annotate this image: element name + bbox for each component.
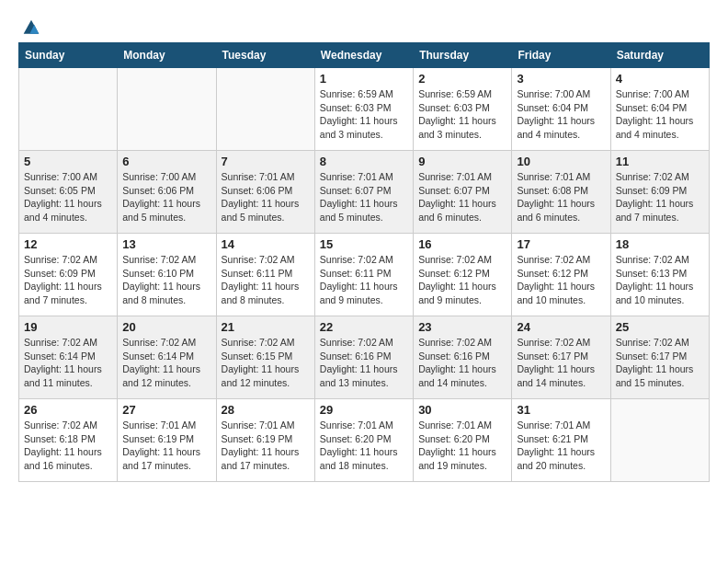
day-number: 15 bbox=[320, 237, 408, 251]
day-number: 10 bbox=[517, 155, 605, 168]
day-info: Sunrise: 7:02 AM Sunset: 6:13 PM Dayligh… bbox=[616, 253, 704, 307]
day-info: Sunrise: 7:02 AM Sunset: 6:18 PM Dayligh… bbox=[24, 419, 112, 473]
day-number: 24 bbox=[517, 320, 605, 334]
weekday-header-monday: Monday bbox=[118, 43, 216, 68]
weekday-header-saturday: Saturday bbox=[610, 43, 709, 68]
calendar-week-4: 19Sunrise: 7:02 AM Sunset: 6:14 PM Dayli… bbox=[19, 316, 710, 399]
calendar-cell: 2Sunrise: 6:59 AM Sunset: 6:03 PM Daylig… bbox=[414, 68, 512, 151]
day-number: 23 bbox=[418, 320, 506, 334]
calendar-cell: 23Sunrise: 7:02 AM Sunset: 6:16 PM Dayli… bbox=[414, 316, 512, 399]
day-info: Sunrise: 7:02 AM Sunset: 6:17 PM Dayligh… bbox=[517, 336, 605, 390]
calendar-cell: 28Sunrise: 7:01 AM Sunset: 6:19 PM Dayli… bbox=[216, 399, 314, 482]
day-number: 8 bbox=[320, 155, 408, 168]
calendar-cell: 4Sunrise: 7:00 AM Sunset: 6:04 PM Daylig… bbox=[610, 68, 709, 151]
day-info: Sunrise: 7:02 AM Sunset: 6:10 PM Dayligh… bbox=[122, 253, 210, 307]
day-info: Sunrise: 7:02 AM Sunset: 6:11 PM Dayligh… bbox=[222, 253, 310, 307]
calendar-cell: 8Sunrise: 7:01 AM Sunset: 6:07 PM Daylig… bbox=[314, 151, 413, 234]
calendar-cell: 24Sunrise: 7:02 AM Sunset: 6:17 PM Dayli… bbox=[512, 316, 610, 399]
day-info: Sunrise: 7:01 AM Sunset: 6:07 PM Dayligh… bbox=[320, 170, 408, 224]
calendar-cell: 25Sunrise: 7:02 AM Sunset: 6:17 PM Dayli… bbox=[610, 316, 709, 399]
calendar-cell: 29Sunrise: 7:01 AM Sunset: 6:20 PM Dayli… bbox=[314, 399, 413, 482]
day-info: Sunrise: 7:02 AM Sunset: 6:16 PM Dayligh… bbox=[418, 336, 506, 390]
calendar-cell: 11Sunrise: 7:02 AM Sunset: 6:09 PM Dayli… bbox=[610, 151, 709, 234]
day-number: 11 bbox=[616, 155, 704, 168]
calendar-cell: 22Sunrise: 7:02 AM Sunset: 6:16 PM Dayli… bbox=[314, 316, 413, 399]
day-info: Sunrise: 7:00 AM Sunset: 6:05 PM Dayligh… bbox=[24, 170, 112, 224]
day-number: 6 bbox=[122, 155, 210, 168]
weekday-header-tuesday: Tuesday bbox=[216, 43, 314, 68]
day-info: Sunrise: 6:59 AM Sunset: 6:03 PM Dayligh… bbox=[320, 87, 408, 142]
day-info: Sunrise: 7:02 AM Sunset: 6:09 PM Dayligh… bbox=[616, 170, 704, 224]
calendar-week-1: 1Sunrise: 6:59 AM Sunset: 6:03 PM Daylig… bbox=[19, 68, 710, 151]
calendar-cell: 9Sunrise: 7:01 AM Sunset: 6:07 PM Daylig… bbox=[414, 151, 512, 234]
calendar-cell bbox=[118, 68, 216, 151]
day-number: 3 bbox=[517, 72, 605, 86]
day-number: 30 bbox=[418, 403, 506, 417]
calendar-cell: 19Sunrise: 7:02 AM Sunset: 6:14 PM Dayli… bbox=[19, 316, 118, 399]
day-info: Sunrise: 7:02 AM Sunset: 6:14 PM Dayligh… bbox=[122, 336, 210, 390]
day-number: 26 bbox=[24, 403, 112, 417]
day-info: Sunrise: 7:02 AM Sunset: 6:11 PM Dayligh… bbox=[320, 253, 408, 307]
calendar-cell: 7Sunrise: 7:01 AM Sunset: 6:06 PM Daylig… bbox=[216, 151, 314, 234]
day-number: 27 bbox=[122, 403, 210, 417]
calendar-cell: 18Sunrise: 7:02 AM Sunset: 6:13 PM Dayli… bbox=[610, 234, 709, 316]
day-number: 19 bbox=[24, 320, 112, 334]
day-info: Sunrise: 7:01 AM Sunset: 6:08 PM Dayligh… bbox=[517, 170, 605, 224]
day-number: 2 bbox=[418, 72, 506, 86]
calendar-cell: 31Sunrise: 7:01 AM Sunset: 6:21 PM Dayli… bbox=[512, 399, 610, 482]
calendar-week-2: 5Sunrise: 7:00 AM Sunset: 6:05 PM Daylig… bbox=[19, 151, 710, 234]
calendar-cell: 5Sunrise: 7:00 AM Sunset: 6:05 PM Daylig… bbox=[19, 151, 118, 234]
calendar-cell: 12Sunrise: 7:02 AM Sunset: 6:09 PM Dayli… bbox=[19, 234, 118, 316]
weekday-header-thursday: Thursday bbox=[414, 43, 512, 68]
calendar-cell: 1Sunrise: 6:59 AM Sunset: 6:03 PM Daylig… bbox=[314, 68, 413, 151]
page-header bbox=[18, 18, 710, 33]
logo-icon bbox=[22, 18, 40, 37]
calendar-cell: 10Sunrise: 7:01 AM Sunset: 6:08 PM Dayli… bbox=[512, 151, 610, 234]
calendar-cell: 15Sunrise: 7:02 AM Sunset: 6:11 PM Dayli… bbox=[314, 234, 413, 316]
day-info: Sunrise: 7:02 AM Sunset: 6:12 PM Dayligh… bbox=[418, 253, 506, 307]
day-number: 31 bbox=[517, 403, 605, 417]
calendar-cell: 3Sunrise: 7:00 AM Sunset: 6:04 PM Daylig… bbox=[512, 68, 610, 151]
day-number: 22 bbox=[320, 320, 408, 334]
calendar-table: SundayMondayTuesdayWednesdayThursdayFrid… bbox=[18, 42, 710, 482]
weekday-header-sunday: Sunday bbox=[19, 43, 118, 68]
day-info: Sunrise: 7:02 AM Sunset: 6:15 PM Dayligh… bbox=[222, 336, 310, 390]
day-number: 9 bbox=[418, 155, 506, 168]
calendar-cell bbox=[19, 68, 118, 151]
day-number: 21 bbox=[222, 320, 310, 334]
calendar-cell: 16Sunrise: 7:02 AM Sunset: 6:12 PM Dayli… bbox=[414, 234, 512, 316]
day-info: Sunrise: 7:02 AM Sunset: 6:12 PM Dayligh… bbox=[517, 253, 605, 307]
day-info: Sunrise: 7:00 AM Sunset: 6:06 PM Dayligh… bbox=[122, 170, 210, 224]
day-number: 16 bbox=[418, 237, 506, 251]
day-info: Sunrise: 7:01 AM Sunset: 6:19 PM Dayligh… bbox=[122, 419, 210, 473]
day-number: 29 bbox=[320, 403, 408, 417]
weekday-header-friday: Friday bbox=[512, 43, 610, 68]
day-number: 12 bbox=[24, 237, 112, 251]
day-number: 14 bbox=[222, 237, 310, 251]
weekday-header-wednesday: Wednesday bbox=[314, 43, 413, 68]
calendar-cell bbox=[216, 68, 314, 151]
day-number: 17 bbox=[517, 237, 605, 251]
day-number: 4 bbox=[616, 72, 704, 86]
day-number: 25 bbox=[616, 320, 704, 334]
day-info: Sunrise: 7:01 AM Sunset: 6:21 PM Dayligh… bbox=[517, 419, 605, 473]
day-info: Sunrise: 7:01 AM Sunset: 6:07 PM Dayligh… bbox=[418, 170, 506, 224]
day-info: Sunrise: 7:01 AM Sunset: 6:19 PM Dayligh… bbox=[222, 419, 310, 473]
day-info: Sunrise: 7:00 AM Sunset: 6:04 PM Dayligh… bbox=[517, 87, 605, 142]
logo bbox=[18, 18, 40, 33]
calendar-cell: 30Sunrise: 7:01 AM Sunset: 6:20 PM Dayli… bbox=[414, 399, 512, 482]
day-info: Sunrise: 7:01 AM Sunset: 6:20 PM Dayligh… bbox=[320, 419, 408, 473]
calendar-cell bbox=[610, 399, 709, 482]
day-info: Sunrise: 7:02 AM Sunset: 6:14 PM Dayligh… bbox=[24, 336, 112, 390]
calendar-cell: 26Sunrise: 7:02 AM Sunset: 6:18 PM Dayli… bbox=[19, 399, 118, 482]
day-number: 28 bbox=[222, 403, 310, 417]
calendar-cell: 21Sunrise: 7:02 AM Sunset: 6:15 PM Dayli… bbox=[216, 316, 314, 399]
day-number: 18 bbox=[616, 237, 704, 251]
day-info: Sunrise: 7:02 AM Sunset: 6:16 PM Dayligh… bbox=[320, 336, 408, 390]
day-info: Sunrise: 7:00 AM Sunset: 6:04 PM Dayligh… bbox=[616, 87, 704, 142]
day-info: Sunrise: 7:02 AM Sunset: 6:09 PM Dayligh… bbox=[24, 253, 112, 307]
calendar-cell: 13Sunrise: 7:02 AM Sunset: 6:10 PM Dayli… bbox=[118, 234, 216, 316]
calendar-cell: 17Sunrise: 7:02 AM Sunset: 6:12 PM Dayli… bbox=[512, 234, 610, 316]
calendar-cell: 27Sunrise: 7:01 AM Sunset: 6:19 PM Dayli… bbox=[118, 399, 216, 482]
calendar-header-row: SundayMondayTuesdayWednesdayThursdayFrid… bbox=[19, 43, 710, 68]
